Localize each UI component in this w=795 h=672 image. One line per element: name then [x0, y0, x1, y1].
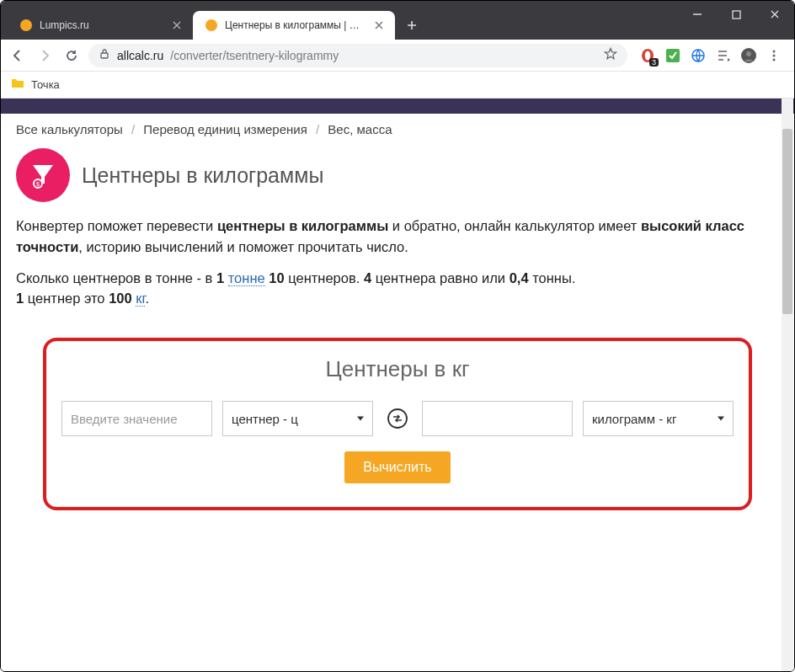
svg-text:$: $ — [36, 181, 40, 187]
url-path: /converter/tsentnery-kilogrammy — [170, 49, 339, 62]
bookmark-folder-icon — [11, 77, 24, 93]
breadcrumb-link[interactable]: Перевод единиц измерения — [143, 122, 307, 136]
intro-paragraph-2: Сколько центнеров в тонне - в 1 тонне 10… — [1, 263, 794, 315]
extension-icons: 3 — [634, 47, 787, 64]
link-kg[interactable]: кг — [136, 291, 145, 307]
url-domain: allcalc.ru — [117, 49, 163, 62]
to-unit-select[interactable]: килограмм - кг — [583, 401, 734, 436]
svg-point-1 — [205, 19, 217, 31]
svg-point-0 — [20, 19, 32, 31]
tab-lumpics[interactable]: Lumpics.ru — [8, 11, 193, 40]
breadcrumb-separator: / — [131, 122, 135, 136]
reload-button[interactable] — [61, 45, 82, 66]
breadcrumb-link[interactable]: Все калькуляторы — [16, 122, 123, 136]
star-icon[interactable] — [604, 47, 617, 63]
extension-check-icon[interactable] — [664, 47, 681, 64]
svg-rect-3 — [101, 53, 108, 58]
svg-rect-2 — [733, 11, 740, 19]
favicon-icon — [205, 19, 218, 32]
value-input[interactable]: Введите значение — [61, 401, 212, 436]
result-output — [422, 401, 573, 436]
scrollbar-track[interactable] — [782, 99, 793, 672]
menu-button[interactable] — [766, 47, 782, 64]
link-ton[interactable]: тонне — [228, 270, 265, 286]
page-viewport: Все калькуляторы / Перевод единиц измере… — [1, 99, 794, 672]
tab-label: Центнеры в килограммы | Онла — [225, 19, 366, 31]
back-button[interactable] — [8, 45, 28, 66]
page-title: Центнеры в килограммы — [82, 163, 323, 188]
extension-opera-icon[interactable]: 3 — [639, 47, 656, 64]
window-titlebar: Lumpics.ru Центнеры в килограммы | Онла — [1, 1, 794, 40]
favicon-icon — [19, 19, 33, 32]
extension-globe-icon[interactable] — [690, 47, 707, 64]
converter-title: Центнеры в кг — [61, 356, 734, 382]
breadcrumb-link[interactable]: Вес, масса — [328, 122, 392, 136]
intro-paragraph-1: Конвертер поможет перевести центнеры в к… — [1, 211, 794, 263]
address-bar: allcalc.ru/converter/tsentnery-kilogramm… — [1, 40, 794, 72]
site-header-bar — [1, 99, 794, 114]
svg-point-11 — [773, 54, 776, 56]
media-control-icon[interactable] — [715, 47, 732, 64]
converter-panel: Центнеры в кг Введите значение центнер -… — [43, 338, 752, 510]
extension-badge: 3 — [649, 58, 659, 67]
bookmarks-bar: Точка — [1, 72, 794, 99]
svg-point-12 — [773, 58, 776, 61]
category-icon: $ — [16, 148, 70, 202]
calculate-button[interactable]: Вычислить — [344, 451, 450, 483]
tab-allcalc[interactable]: Центнеры в килограммы | Онла — [193, 11, 395, 40]
svg-point-9 — [746, 51, 751, 56]
swap-button[interactable] — [383, 404, 412, 433]
converter-row: Введите значение центнер - ц — [61, 401, 734, 436]
window-controls — [678, 1, 794, 28]
close-window-button[interactable] — [755, 1, 794, 28]
forward-button[interactable] — [35, 45, 55, 66]
new-tab-button[interactable] — [400, 13, 424, 37]
from-unit-select[interactable]: центнер - ц — [222, 401, 373, 436]
title-row: $ Центнеры в килограммы — [1, 145, 794, 211]
close-icon[interactable] — [171, 19, 183, 31]
profile-avatar[interactable] — [740, 47, 757, 64]
maximize-button[interactable] — [717, 1, 755, 28]
breadcrumb: Все калькуляторы / Перевод единиц измере… — [1, 114, 794, 145]
close-icon[interactable] — [373, 19, 385, 31]
url-box[interactable]: allcalc.ru/converter/tsentnery-kilogramm… — [88, 44, 627, 67]
scrollbar-thumb[interactable] — [782, 129, 792, 314]
tab-label: Lumpics.ru — [40, 19, 164, 31]
svg-point-10 — [773, 50, 776, 52]
lock-icon — [99, 48, 110, 62]
bookmark-item[interactable]: Точка — [31, 78, 60, 91]
breadcrumb-separator: / — [316, 122, 319, 136]
minimize-button[interactable] — [678, 1, 717, 28]
